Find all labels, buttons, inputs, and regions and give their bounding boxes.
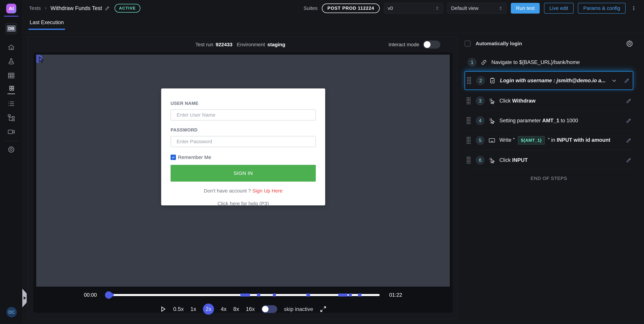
drag-handle-icon[interactable] xyxy=(466,97,471,105)
remember-me-checkbox[interactable] xyxy=(170,155,176,160)
step-text: Setting parameter AMT_1 to 1000 xyxy=(500,118,578,124)
version-select[interactable]: v0 xyxy=(384,3,443,13)
clipboard-check-icon xyxy=(489,77,496,84)
flask-icon[interactable] xyxy=(6,57,16,66)
app-logo[interactable]: AI xyxy=(6,4,16,13)
help-link[interactable]: Click here for help (P3) xyxy=(170,201,316,206)
test-run-id: 922433 xyxy=(216,42,232,47)
view-select-value: Default view xyxy=(451,5,478,11)
avatar-initials: DC xyxy=(8,310,15,315)
chevron-down-icon[interactable] xyxy=(611,78,617,83)
fullscreen-icon[interactable] xyxy=(320,306,326,313)
step-row-1[interactable]: 1 Navigate to ${BASE_URL}/bank/home xyxy=(464,54,633,70)
end-of-steps-label: END OF STEPS xyxy=(464,176,633,181)
speed-16x[interactable]: 16x xyxy=(246,306,255,312)
edit-step-pencil-icon[interactable] xyxy=(626,98,632,104)
username-input[interactable] xyxy=(170,109,316,120)
test-tubes-icon[interactable] xyxy=(6,85,16,94)
view-select[interactable]: Default view xyxy=(448,3,506,13)
play-icon[interactable] xyxy=(160,306,166,313)
interact-mode-label: Interact mode xyxy=(388,42,419,47)
steps-list: 1 Navigate to ${BASE_URL}/bank/home 2 Lo… xyxy=(464,54,633,181)
page-title: Withdraw Funds Test xyxy=(50,5,102,11)
live-edit-button[interactable]: Live edit xyxy=(544,3,574,13)
step-number-badge: 3 xyxy=(476,96,485,105)
version-select-value: v0 xyxy=(388,5,393,11)
player-container: Digital Bank USER NAME PASSWORD Remember… xyxy=(34,53,452,313)
speed-8x[interactable]: 8x xyxy=(233,306,239,312)
workspace-selector[interactable]: DB xyxy=(6,23,17,34)
timeline-segment xyxy=(358,294,362,297)
step-number-badge: 6 xyxy=(476,156,485,165)
run-header: Test run 922433 Environment staging Inte… xyxy=(28,36,457,53)
speed-4x[interactable]: 4x xyxy=(221,306,226,312)
drag-handle-icon[interactable] xyxy=(466,137,471,144)
timeline-track[interactable] xyxy=(106,294,380,296)
breadcrumb-tests[interactable]: Tests xyxy=(29,5,41,11)
keyboard-icon xyxy=(489,137,495,144)
step-row-2-selected[interactable]: 2 Login with username : jsmith@demo.io a… xyxy=(464,71,633,90)
param-pill: ${AMT_1} xyxy=(518,136,545,145)
cursor-click-icon xyxy=(489,157,495,163)
step-row-4[interactable]: 4 Setting parameter AMT_1 to 1000 xyxy=(464,111,633,130)
timeline-knob[interactable] xyxy=(105,291,112,299)
edit-step-pencil-icon[interactable] xyxy=(626,118,632,123)
sign-in-button[interactable]: SIGN IN xyxy=(170,165,316,182)
list-icon[interactable] xyxy=(6,99,16,108)
password-label: PASSWORD xyxy=(170,127,316,133)
tab-last-execution[interactable]: Last Execution xyxy=(30,19,64,30)
timeline-segment xyxy=(240,294,250,297)
step-number-badge: 4 xyxy=(476,116,485,125)
timeline-segment xyxy=(349,294,352,297)
edit-step-pencil-icon[interactable] xyxy=(626,157,632,163)
kebab-menu-icon[interactable] xyxy=(630,6,638,11)
grid-icon[interactable] xyxy=(6,71,16,80)
auto-login-label: Automatically login xyxy=(476,41,522,46)
sidebar-expand-handle[interactable] xyxy=(22,289,27,308)
tab-label: Last Execution xyxy=(30,19,64,25)
step-row-5[interactable]: 5 Write " ${AMT_1} " in INPUT with id am… xyxy=(464,130,633,150)
params-config-button[interactable]: Params & config xyxy=(578,3,626,13)
skip-inactive-toggle[interactable] xyxy=(262,305,277,313)
interact-mode: Interact mode xyxy=(388,40,440,48)
remember-me-label: Remember Me xyxy=(178,154,211,160)
time-total: 01:22 xyxy=(389,292,402,298)
settings-gear-icon[interactable] xyxy=(6,145,16,154)
user-avatar[interactable]: DC xyxy=(6,307,17,317)
drag-handle-icon[interactable] xyxy=(466,156,471,164)
drag-handle-icon[interactable] xyxy=(466,117,471,124)
run-test-button[interactable]: Run test xyxy=(511,3,540,13)
tree-icon[interactable] xyxy=(6,113,16,122)
speed-0-5x[interactable]: 0.5x xyxy=(173,306,184,312)
suite-pill[interactable]: POST PROD 112224 xyxy=(322,3,380,13)
execution-card: Test run 922433 Environment staging Inte… xyxy=(28,36,457,319)
step-row-6[interactable]: 6 Click INPUT xyxy=(464,150,633,170)
remember-me-row: Remember Me xyxy=(170,154,316,160)
replay-viewport: Digital Bank USER NAME PASSWORD Remember… xyxy=(36,55,450,287)
link-icon xyxy=(481,59,487,65)
username-label: USER NAME xyxy=(170,101,316,106)
interact-mode-toggle[interactable] xyxy=(423,40,440,48)
login-card: USER NAME PASSWORD Remember Me SIGN IN D… xyxy=(161,88,325,205)
step-text: Click Withdraw xyxy=(500,98,536,104)
edit-step-pencil-icon[interactable] xyxy=(626,138,632,143)
speed-2x[interactable]: 2x xyxy=(203,304,214,315)
drag-handle-icon[interactable] xyxy=(467,77,472,84)
breadcrumb-chevron-icon xyxy=(44,6,48,10)
step-text: Login with username : jsmith@demo.io a..… xyxy=(500,78,606,84)
environment-value: staging xyxy=(267,42,285,47)
edit-title-pencil-icon[interactable] xyxy=(105,6,110,11)
status-badge: ACTIVE xyxy=(114,4,140,12)
panel-gear-icon[interactable] xyxy=(626,40,633,47)
home-icon[interactable] xyxy=(6,43,16,52)
password-input[interactable] xyxy=(170,136,316,147)
cursor-click-icon xyxy=(489,117,495,124)
step-row-3[interactable]: 3 Click Withdraw xyxy=(464,91,633,111)
signup-link[interactable]: Sign Up Here xyxy=(252,188,282,194)
timeline-segment xyxy=(338,294,348,297)
step-number-badge: 5 xyxy=(476,136,485,145)
video-camera-icon[interactable] xyxy=(6,127,16,137)
speed-1x[interactable]: 1x xyxy=(190,306,196,312)
edit-step-pencil-icon[interactable] xyxy=(624,78,630,83)
auto-login-checkbox[interactable] xyxy=(464,40,470,46)
